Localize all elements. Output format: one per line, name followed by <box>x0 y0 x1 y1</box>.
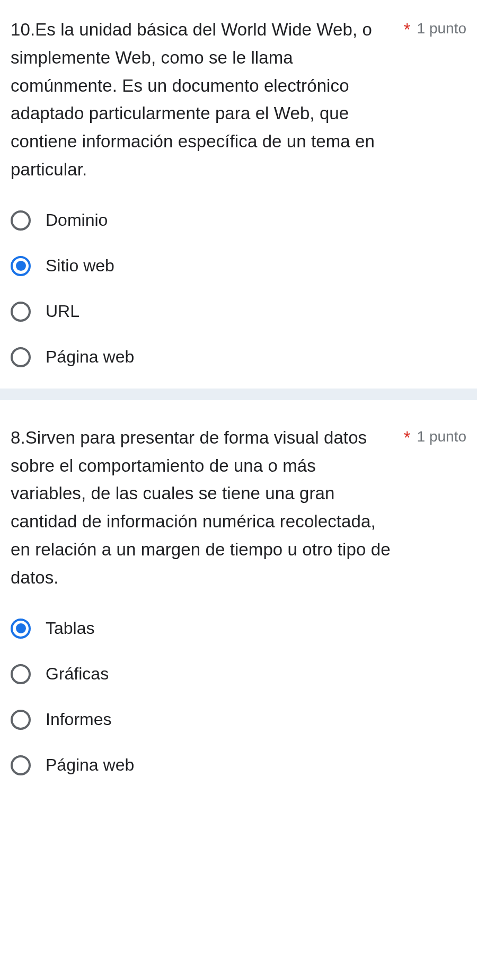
radio-icon <box>11 256 31 276</box>
option-graficas[interactable]: Gráficas <box>11 664 466 684</box>
option-label: URL <box>46 302 80 321</box>
option-label: Sitio web <box>46 256 114 276</box>
option-url[interactable]: URL <box>11 302 466 322</box>
option-tablas[interactable]: Tablas <box>11 619 466 639</box>
option-label: Dominio <box>46 210 108 230</box>
option-dominio[interactable]: Dominio <box>11 210 466 231</box>
question-header: 10.Es la unidad básica del World Wide We… <box>11 16 466 184</box>
option-pagina-web[interactable]: Página web <box>11 347 466 367</box>
radio-icon <box>11 755 31 775</box>
options-group: Tablas Gráficas Informes Página web <box>11 619 466 775</box>
required-asterisk: * <box>404 424 411 452</box>
option-label: Informes <box>46 710 111 729</box>
options-group: Dominio Sitio web URL Página web <box>11 210 466 367</box>
radio-icon <box>11 302 31 322</box>
section-divider <box>0 389 477 400</box>
question-card-8: 8.Sirven para presentar de forma visual … <box>0 400 477 797</box>
radio-icon <box>11 347 31 367</box>
points-label: 1 punto <box>417 424 466 449</box>
option-label: Tablas <box>46 619 95 638</box>
radio-icon <box>11 710 31 730</box>
option-label: Gráficas <box>46 664 109 684</box>
question-card-10: 10.Es la unidad básica del World Wide We… <box>0 0 477 389</box>
radio-icon <box>11 210 31 231</box>
option-label: Página web <box>46 755 134 775</box>
radio-icon <box>11 619 31 639</box>
question-title: 8.Sirven para presentar de forma visual … <box>11 424 395 592</box>
question-title: 10.Es la unidad básica del World Wide We… <box>11 16 395 184</box>
option-label: Página web <box>46 347 134 367</box>
radio-icon <box>11 664 31 684</box>
points-label: 1 punto <box>417 16 466 41</box>
option-sitio-web[interactable]: Sitio web <box>11 256 466 276</box>
required-asterisk: * <box>404 16 411 44</box>
option-pagina-web-2[interactable]: Página web <box>11 755 466 775</box>
option-informes[interactable]: Informes <box>11 710 466 730</box>
question-header: 8.Sirven para presentar de forma visual … <box>11 424 466 592</box>
